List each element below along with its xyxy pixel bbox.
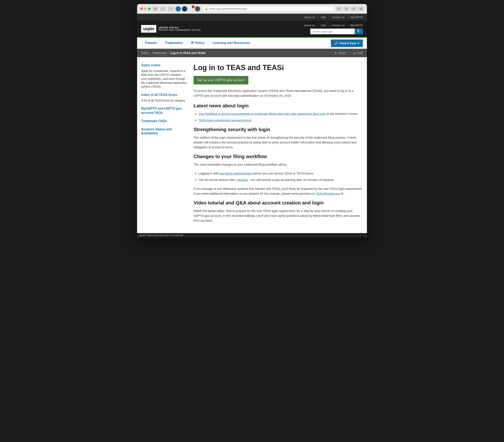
jobs-link[interactable]: Jobs <box>321 16 326 19</box>
separator-2: | <box>328 15 329 19</box>
search-bar: 🔍 <box>310 29 363 34</box>
sidebar-faqs-link[interactable]: Trademark FAQs <box>141 119 187 123</box>
workflow-item-2-suffix: . You will receive a pop-up warning afte… <box>249 178 334 182</box>
status-bar: Open "https://my.uspto.gov" in a new tab <box>137 233 367 238</box>
content-wrapper: Apply online Apply for a trademark, resp… <box>137 57 367 233</box>
sidebar-index-link[interactable]: Index of all TEAS forms <box>141 93 187 97</box>
main-navigation: Patents Trademarks IP Policy Learning an… <box>137 38 367 49</box>
teas-email-link[interactable]: TEAS@uspto.gov <box>316 192 340 195</box>
find-it-fast-button[interactable]: 🔗 Find It Fast ▾ <box>331 39 363 47</box>
latest-news-list: Your feedback is driving improvements to… <box>194 111 363 123</box>
setup-account-button[interactable]: Set up your USPTO.gov account <box>194 76 248 85</box>
address-bar[interactable]: 🔒 www.uspto.gov/trademarks/login <box>202 6 334 12</box>
logo-box[interactable]: uspto <box>141 25 156 33</box>
list-item: TEAS login requirement announcement <box>198 118 363 123</box>
nav-learning[interactable]: Learning and Resources <box>208 38 254 49</box>
reload-button[interactable]: ↻ <box>336 7 342 11</box>
blog-post-link[interactable]: Your feedback is driving improvements to… <box>198 112 325 116</box>
about-us-link[interactable]: About Us <box>304 16 315 19</box>
browser-icon-4 <box>195 6 200 12</box>
video-title: Video tutorial and Q&A about account cre… <box>194 200 363 206</box>
minimize-window-button[interactable] <box>144 7 147 10</box>
link-icon: 🔗 <box>334 41 338 45</box>
header-about-link[interactable]: About Us <box>304 24 315 27</box>
nav-ip-policy[interactable]: IP Policy <box>187 38 208 49</box>
nav-patents[interactable]: Patents <box>141 38 161 49</box>
org-name: UNITED STATES PATENT AND TRADEMARK OFFIC… <box>159 26 201 31</box>
header-sep-1: | <box>317 23 318 27</box>
print-button[interactable]: 🖨 Print <box>353 51 363 55</box>
url-text: www.uspto.gov/trademarks/login <box>209 7 247 10</box>
search-input[interactable] <box>310 29 355 34</box>
browser-window: ⊟ ‹ › 1 🔒 www.uspto.gov/trademarks/login… <box>137 4 367 238</box>
share-print-area: ⬆ Share | 🖨 Print <box>335 51 363 55</box>
new-tab-button[interactable]: ⧉ <box>358 7 364 11</box>
site-header: uspto UNITED STATES PATENT AND TRADEMARK… <box>137 20 367 37</box>
share-button[interactable]: ⬆ Share <box>335 51 346 55</box>
security-body: The addition of the login requirement is… <box>194 135 363 150</box>
close-window-button[interactable] <box>140 7 143 10</box>
workflow-item-1-suffix: before you can access TEAS or TEASi form… <box>253 172 314 175</box>
list-item: Your feedback is driving improvements to… <box>198 111 363 116</box>
myuspto-link[interactable]: MyUSPTO <box>350 16 363 19</box>
search-button[interactable]: 🔍 <box>355 29 363 34</box>
workflow-item-2-text: The 30-minute timeout after <box>198 178 236 182</box>
breadcrumb-sep-2: › <box>168 51 169 55</box>
share-icon: ⬆ <box>335 51 337 55</box>
sidebar-apply-online-link[interactable]: Apply online <box>141 63 187 68</box>
sidebar-status-link[interactable]: Systems Status and Availability <box>141 127 187 136</box>
share-print-sep: | <box>349 51 350 55</box>
print-label: Print <box>357 51 363 55</box>
breadcrumb: Home › Trademarks › Log in to TEAS and T… <box>141 51 205 55</box>
header-myuspto-link[interactable]: MyUSPTO <box>350 24 363 27</box>
share-browser-button[interactable]: ⬆ <box>351 7 357 11</box>
breadcrumb-home[interactable]: Home <box>141 51 149 55</box>
header-sep-3: | <box>347 23 348 27</box>
breadcrumb-current: Log in to TEAS and TEASi <box>170 51 205 55</box>
workflow-item-1-text: Logging in with <box>198 172 219 175</box>
latest-news-title: Latest news about login <box>194 103 363 109</box>
maximize-window-button[interactable] <box>148 7 151 10</box>
list-item: Logging in with two-factor authenticatio… <box>198 171 363 176</box>
header-jobs-link[interactable]: Jobs <box>321 24 326 27</box>
breadcrumb-trademarks[interactable]: Trademarks <box>152 51 167 55</box>
intro-text: To access the Trademark Electronic Appli… <box>194 88 363 98</box>
sidebar-section-myuspto: MyUSPTO and USPTO.gov account FAQs <box>141 107 187 115</box>
logo-area: uspto UNITED STATES PATENT AND TRADEMARK… <box>141 25 201 33</box>
list-item: The 30-minute timeout after inactivity .… <box>198 177 363 182</box>
sidebar-toggle-button[interactable]: ⊟ <box>153 7 158 11</box>
separator-1: | <box>317 15 318 19</box>
workflow-title: Changes to your filing workflow <box>194 154 363 159</box>
logo-text: uspto <box>143 26 154 32</box>
forward-button[interactable]: › <box>168 7 174 11</box>
share-label: Share <box>338 51 346 55</box>
status-text: Open "https://my.uspto.gov" in a new tab <box>140 234 183 237</box>
inactivity-link[interactable]: inactivity <box>236 178 248 182</box>
print-icon: 🖨 <box>353 51 356 55</box>
download-button[interactable]: ⬇ <box>343 7 349 11</box>
notification-icon: 1 <box>188 6 194 12</box>
org-line1: UNITED STATES <box>159 26 201 29</box>
announcement-link[interactable]: TEAS login requirement announcement <box>198 119 252 122</box>
utility-bar: About Us | Jobs | Contact Us | MyUSPTO <box>137 14 367 20</box>
separator-3: | <box>347 15 348 19</box>
back-button[interactable]: ‹ <box>160 7 166 11</box>
traffic-lights <box>140 7 151 10</box>
blog-post-suffix: on the Director's Forum <box>326 112 358 116</box>
header-sep-2: | <box>328 23 329 27</box>
workflow-intro: The most noticeable changes to your trad… <box>194 162 363 167</box>
sidebar-section-apply: Apply online Apply for a trademark, resp… <box>141 63 187 89</box>
chevron-down-icon: ▾ <box>358 41 359 45</box>
nav-trademarks[interactable]: Trademarks <box>161 38 187 49</box>
browser-icon-1 <box>176 6 181 12</box>
video-body: Watch the below video, How to prepare fo… <box>194 208 363 223</box>
sidebar-myuspto-link[interactable]: MyUSPTO and USPTO.gov account FAQs <box>141 107 187 115</box>
browser-icon-2 <box>182 6 187 12</box>
sidebar-section-status: Systems Status and Availability <box>141 127 187 136</box>
main-content: Log in to TEAS and TEASi Set up your USP… <box>194 63 363 227</box>
header-right: About Us | Jobs | Contact Us | MyUSPTO 🔍 <box>304 23 363 34</box>
sidebar-section-faqs: Trademark FAQs <box>141 119 187 123</box>
header-contact-link[interactable]: Contact Us <box>332 24 345 27</box>
two-factor-link[interactable]: two-factor authentication <box>219 172 252 175</box>
contact-us-link[interactable]: Contact Us <box>332 16 345 19</box>
